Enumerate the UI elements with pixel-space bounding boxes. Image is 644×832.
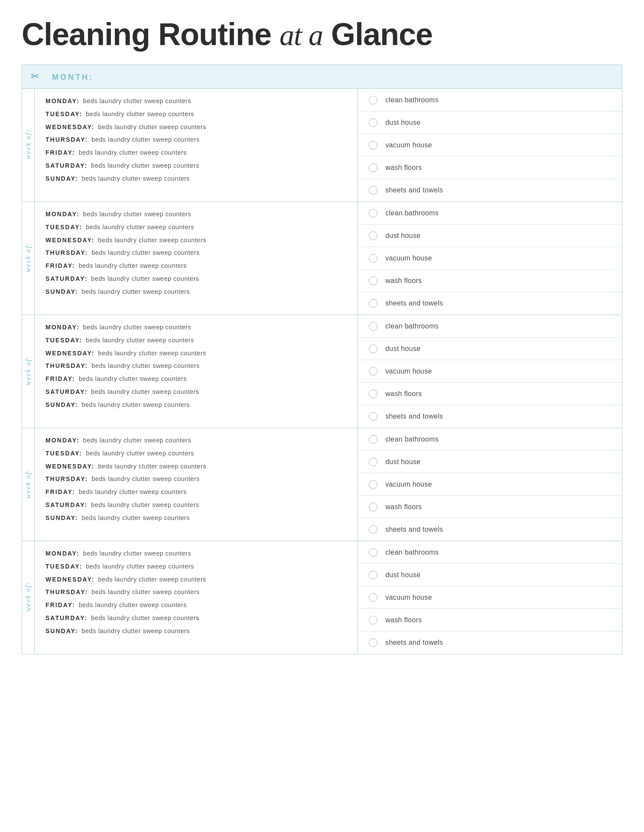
weekly-tasks-cell: clean bathroomsdust housevacuum housewas… [358, 541, 622, 654]
checkbox-circle[interactable] [369, 322, 377, 331]
weekly-task-item: wash floors [358, 156, 622, 179]
daily-task-row: SATURDAY:beds laundry clutter sweep coun… [46, 274, 347, 284]
weekly-task-item: vacuum house [358, 360, 622, 383]
daily-task-row: SUNDAY:beds laundry clutter sweep counte… [46, 287, 347, 297]
weekly-tasks-inner: clean bathroomsdust housevacuum housewas… [358, 315, 622, 428]
weekly-task-item: clean bathrooms [358, 315, 622, 338]
task-items: beds laundry clutter sweep counters [81, 174, 190, 184]
checkbox-circle[interactable] [369, 231, 377, 240]
day-label: WEDNESDAY: [46, 123, 94, 132]
checkbox-circle[interactable] [369, 616, 377, 624]
checkbox-circle[interactable] [369, 367, 377, 376]
checkbox-circle[interactable] [369, 458, 377, 466]
day-label: WEDNESDAY: [46, 462, 94, 471]
week-row: week of:MONDAY:beds laundry clutter swee… [22, 89, 622, 202]
day-label: WEDNESDAY: [46, 349, 94, 358]
weekly-task-item: sheets and towels [358, 292, 622, 315]
weekly-task-item: dust house [358, 338, 622, 360]
checkbox-circle[interactable] [369, 638, 377, 647]
daily-task-row: MONDAY:beds laundry clutter sweep counte… [46, 323, 347, 332]
checkbox-circle[interactable] [369, 209, 377, 218]
weekly-tasks-inner: clean bathroomsdust housevacuum housewas… [358, 89, 622, 202]
task-items: beds laundry clutter sweep counters [98, 575, 206, 585]
weekly-task-item: wash floors [358, 496, 622, 518]
checkbox-circle[interactable] [369, 344, 377, 353]
checkbox-circle[interactable] [369, 480, 377, 489]
checkbox-circle[interactable] [369, 118, 377, 127]
title-italic: at a [280, 19, 323, 52]
weekly-task-label: dust house [385, 232, 420, 240]
daily-task-row: WEDNESDAY:beds laundry clutter sweep cou… [46, 349, 347, 358]
checkbox-circle[interactable] [369, 503, 377, 511]
checkbox-circle[interactable] [369, 548, 377, 557]
weekly-tasks-cell: clean bathroomsdust housevacuum housewas… [358, 428, 622, 541]
day-label: TUESDAY: [46, 110, 82, 119]
checkbox-circle[interactable] [369, 163, 377, 172]
daily-tasks-cell: MONDAY:beds laundry clutter sweep counte… [35, 541, 358, 654]
day-label: FRIDAY: [46, 601, 75, 610]
task-items: beds laundry clutter sweep counters [86, 336, 194, 345]
checkbox-circle[interactable] [369, 276, 377, 285]
task-items: beds laundry clutter sweep counters [83, 210, 192, 219]
weekly-task-label: clean bathrooms [385, 322, 439, 330]
weekly-task-label: sheets and towels [385, 639, 443, 647]
task-items: beds laundry clutter sweep counters [86, 562, 194, 572]
checkbox-circle[interactable] [369, 571, 377, 579]
task-items: beds laundry clutter sweep counters [91, 387, 199, 397]
weekly-tasks-inner: clean bathroomsdust housevacuum housewas… [358, 202, 622, 315]
title-part2: Glance [323, 17, 433, 52]
day-label: SUNDAY: [46, 400, 78, 410]
day-label: FRIDAY: [46, 261, 75, 270]
checkbox-circle[interactable] [369, 390, 377, 398]
task-items: beds laundry clutter sweep counters [81, 400, 190, 410]
checkbox-circle[interactable] [369, 525, 377, 534]
weekly-task-label: vacuum house [385, 367, 432, 375]
checkbox-circle[interactable] [369, 96, 377, 104]
daily-task-row: TUESDAY:beds laundry clutter sweep count… [46, 449, 347, 458]
day-label: MONDAY: [46, 210, 80, 219]
checkbox-circle[interactable] [369, 593, 377, 602]
checkbox-circle[interactable] [369, 141, 377, 150]
day-label: MONDAY: [46, 97, 80, 106]
weekly-task-label: vacuum house [385, 254, 432, 262]
week-row: week of:MONDAY:beds laundry clutter swee… [22, 315, 622, 428]
checkbox-circle[interactable] [369, 435, 377, 444]
daily-task-row: SUNDAY:beds laundry clutter sweep counte… [46, 627, 347, 636]
weekly-task-item: sheets and towels [358, 631, 622, 654]
daily-task-row: WEDNESDAY:beds laundry clutter sweep cou… [46, 575, 347, 585]
day-label: MONDAY: [46, 436, 80, 445]
weekly-task-item: dust house [358, 224, 622, 247]
weekly-task-label: wash floors [385, 164, 422, 172]
weekly-task-item: vacuum house [358, 473, 622, 496]
task-items: beds laundry clutter sweep counters [91, 588, 200, 597]
daily-task-row: FRIDAY:beds laundry clutter sweep counte… [46, 148, 347, 158]
daily-tasks-cell: MONDAY:beds laundry clutter sweep counte… [35, 315, 358, 428]
daily-task-row: TUESDAY:beds laundry clutter sweep count… [46, 110, 347, 119]
task-items: beds laundry clutter sweep counters [91, 361, 200, 371]
daily-task-row: WEDNESDAY:beds laundry clutter sweep cou… [46, 462, 347, 471]
week-label-cell: week of: [22, 315, 35, 428]
day-label: FRIDAY: [46, 374, 75, 384]
weekly-task-item: dust house [358, 564, 622, 586]
day-label: FRIDAY: [46, 148, 75, 157]
daily-task-row: FRIDAY:beds laundry clutter sweep counte… [46, 261, 347, 271]
task-items: beds laundry clutter sweep counters [98, 462, 206, 471]
weekly-task-label: sheets and towels [385, 186, 443, 194]
title-part1: Cleaning Routine [22, 17, 280, 52]
day-label: SATURDAY: [46, 387, 88, 396]
day-label: SATURDAY: [46, 274, 88, 283]
task-items: beds laundry clutter sweep counters [83, 97, 192, 106]
task-items: beds laundry clutter sweep counters [81, 514, 190, 523]
checkbox-circle[interactable] [369, 186, 377, 195]
task-items: beds laundry clutter sweep counters [91, 274, 199, 284]
daily-task-row: SUNDAY:beds laundry clutter sweep counte… [46, 174, 347, 184]
checkbox-circle[interactable] [369, 254, 377, 263]
task-items: beds laundry clutter sweep counters [83, 436, 192, 445]
task-items: beds laundry clutter sweep counters [98, 236, 206, 245]
weekly-task-label: clean bathrooms [385, 549, 439, 556]
weekly-task-label: vacuum house [385, 594, 432, 601]
weekly-task-item: vacuum house [358, 586, 622, 609]
task-items: beds laundry clutter sweep counters [91, 614, 199, 623]
checkbox-circle[interactable] [369, 412, 377, 421]
checkbox-circle[interactable] [369, 299, 377, 308]
